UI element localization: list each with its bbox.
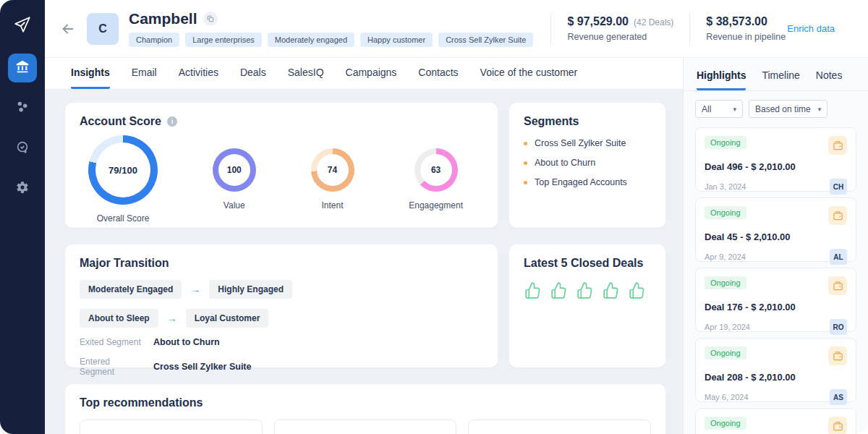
thumbs-up-icon [524, 281, 542, 302]
entered-segment-label: Entered Segment [80, 357, 143, 377]
revenue-generated-label: Revenue generated [567, 32, 673, 42]
tab-deals[interactable]: Deals [240, 67, 266, 89]
bank-icon [14, 59, 30, 77]
thumbs-up-icon [628, 281, 646, 302]
sidebar-item-accounts[interactable] [8, 54, 37, 82]
back-button[interactable] [54, 14, 82, 43]
account-name-block: Campbell Champion Large enterprises Mode… [129, 10, 533, 47]
tag-chip: Champion [129, 33, 179, 47]
gauge-engagement: 63 Engagegment [409, 148, 463, 210]
transition-from-chip: Moderately Engaged [80, 280, 182, 299]
engagement-donut: 63 [414, 148, 458, 192]
recommendation-card-next-buy[interactable]: Next buy [80, 420, 263, 434]
closed-deals-card: Latest 5 Closed Deals [509, 244, 665, 367]
deal-card[interactable]: Ongoing Deal 496 - $ 2,010.00 Jan 3, 202… [695, 127, 856, 192]
wallet-icon [828, 136, 847, 155]
tag-chip: Large enterprises [185, 33, 262, 47]
gauge-label: Value [224, 200, 245, 210]
deal-card[interactable]: Ongoing Deal 45 - $ 2,010.00 Apr 9, 2024… [695, 197, 856, 262]
tab-voice-of-customer[interactable]: Voice of the customer [480, 67, 578, 89]
right-panel-tabs: Highlights Timeline Notes [684, 58, 868, 91]
status-badge: Ongoing [705, 206, 746, 219]
arrow-right-icon: → [167, 312, 177, 324]
account-tags: Champion Large enterprises Moderately en… [129, 33, 533, 47]
major-transition-title: Major Transition [80, 257, 169, 269]
sidebar-item-targets[interactable] [8, 135, 37, 163]
module-tabs: Insights Email Activities Deals SalesIQ … [45, 58, 683, 90]
gauge-label: Overall Score [97, 213, 150, 224]
body-row: Insights Email Activities Deals SalesIQ … [45, 58, 868, 434]
gauge-label: Intent [321, 200, 343, 210]
status-badge: Ongoing [705, 346, 746, 359]
deal-card[interactable]: Ongoing Deal 208 - $ 2,010.00 May 6, 202… [695, 338, 856, 402]
transition-from-chip: About to Sleep [80, 309, 158, 328]
deal-date: Apr 19, 2024 [705, 323, 750, 331]
revenue-pipeline-block: $ 38,573.00 Revenue in pipeline [706, 15, 786, 42]
tag-chip: Cross Sell Zylker Suite [438, 33, 533, 47]
closed-deals-title: Latest 5 Closed Deals [524, 257, 643, 269]
gauge-overall-score: 79/100 Overall Score [88, 135, 158, 224]
tab-highlights[interactable]: Highlights [697, 69, 746, 90]
gauge-intent: 74 Intent [311, 148, 354, 210]
deal-owner-chip: CH [830, 179, 847, 195]
tab-salesiq[interactable]: SalesIQ [288, 67, 324, 89]
wallet-icon [828, 276, 847, 295]
app-logo-icon[interactable] [11, 13, 34, 36]
info-icon[interactable]: i [167, 116, 177, 127]
app-window: C Campbell Champion Large enterprises Mo… [0, 0, 868, 434]
closed-deals-thumbs [524, 281, 651, 302]
filter-time-dropdown[interactable]: Based on time ▾ [749, 100, 827, 118]
gauge-label: Engagegment [409, 200, 463, 210]
value-donut: 100 [213, 148, 256, 192]
tag-chip: Happy customer [360, 33, 433, 47]
segments-title: Segments [524, 115, 579, 127]
top-recommendations-card: Top recommendations Next buy Cross-Sell … [65, 384, 665, 434]
cluster-icon [14, 99, 30, 118]
tab-contacts[interactable]: Contacts [418, 67, 458, 89]
transition-row: About to Sleep → Loyal Customer [80, 309, 483, 328]
revenue-generated-block: $ 97,529.00 (42 Deals) Revenue generated [567, 15, 673, 42]
sidebar-item-settings[interactable] [8, 175, 37, 204]
deal-title: Deal 45 - $ 2,010.00 [705, 231, 847, 242]
account-score-card: Account Score i 79/100 Overall Score [65, 103, 498, 228]
thumbs-up-icon [550, 281, 568, 302]
exited-segment-value: About to Churn [153, 337, 220, 347]
transition-row: Moderately Engaged → Highly Engaged [80, 280, 483, 299]
status-badge: Ongoing [705, 276, 746, 289]
tab-campaigns[interactable]: Campaigns [346, 67, 397, 89]
tab-activities[interactable]: Activities [179, 67, 218, 89]
enrich-data-link[interactable]: Enrich data [787, 23, 835, 34]
deal-list: Ongoing Deal 496 - $ 2,010.00 Jan 3, 202… [684, 127, 868, 434]
wallet-icon [828, 417, 847, 434]
intent-donut: 74 [311, 148, 354, 192]
status-badge: Ongoing [705, 417, 746, 430]
recommendation-card-cross-sell-2[interactable]: Cross-Sell [468, 420, 651, 434]
tab-notes[interactable]: Notes [816, 69, 843, 90]
recommendation-card-cross-sell-1[interactable]: Cross-Sell [274, 420, 457, 434]
tab-email[interactable]: Email [132, 67, 157, 89]
transition-to-chip: Highly Engaged [209, 280, 292, 299]
revenue-pipeline-label: Revenue in pipeline [706, 32, 786, 42]
thumbs-up-icon [576, 281, 594, 302]
sidebar-item-segments[interactable] [8, 94, 37, 123]
filter-all-dropdown[interactable]: All ▾ [695, 100, 743, 118]
major-transition-card: Major Transition Moderately Engaged → Hi… [65, 244, 498, 367]
tab-insights[interactable]: Insights [71, 67, 110, 89]
segment-item: Cross Sell Zylker Suite [524, 138, 651, 148]
top-recommendations-title: Top recommendations [80, 396, 203, 409]
divider [689, 14, 690, 44]
divider [550, 14, 551, 44]
segment-item: About to Churn [524, 158, 651, 168]
deal-title: Deal 208 - $ 2,010.00 [705, 372, 847, 383]
tab-timeline[interactable]: Timeline [762, 69, 799, 90]
tag-chip: Moderately engaged [268, 33, 354, 47]
open-record-icon[interactable] [203, 12, 218, 26]
deal-card[interactable]: Ongoing Deal 176 - $ 2,010.00 Apr 19, 20… [695, 268, 856, 332]
deal-date: Apr 9, 2024 [705, 252, 746, 261]
deal-card[interactable]: Ongoing Deal 211 - $ 2,010.00 [695, 408, 856, 434]
account-avatar: C [87, 13, 119, 45]
exited-segment-label: Exited Segment [80, 337, 143, 347]
deal-owner-chip: AL [830, 249, 847, 265]
arrow-right-icon: → [190, 284, 200, 295]
entered-segment-value: Cross Sell Zylker Suite [153, 362, 251, 372]
